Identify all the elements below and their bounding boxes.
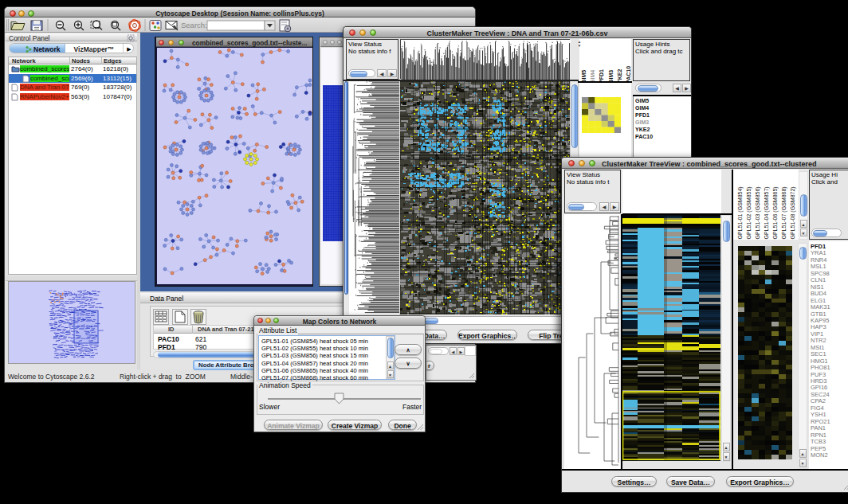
svg-text:Search:: Search: [181, 21, 207, 29]
